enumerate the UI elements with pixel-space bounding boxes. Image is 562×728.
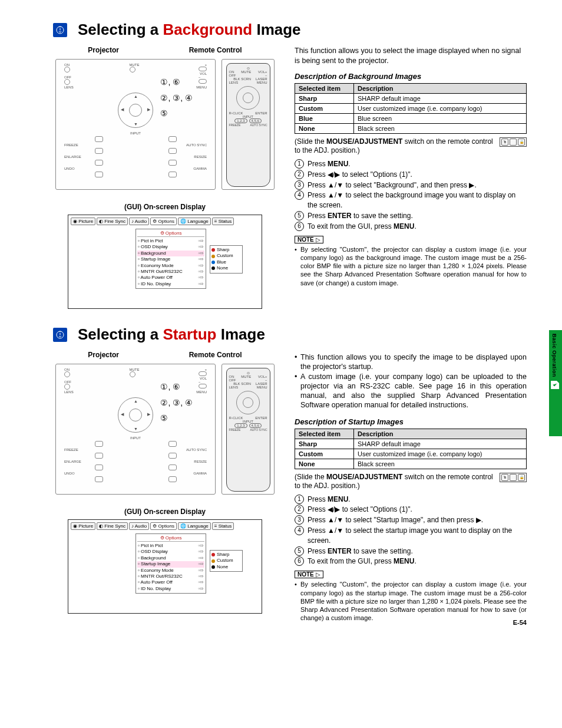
step-item: Press MENU. bbox=[295, 495, 527, 505]
step-item: To exit from the GUI, press MENU. bbox=[295, 222, 527, 232]
step-item: Press ▲/▼ to select "Startup Image", and… bbox=[295, 515, 527, 525]
slide-note: 🖱🔒 (Slide the MOUSE/ADJUSTMENT switch on… bbox=[295, 473, 527, 491]
remote-diagram: ⊙ ONMUTEVOL+ OFF− BLK SCRNLASER LENSMENU… bbox=[226, 368, 270, 492]
step-item: Press MENU. bbox=[295, 159, 527, 169]
step-callouts: ①, ⑥②, ③, ④⑤ bbox=[160, 74, 193, 121]
osd-title: (GUI) On-screen Display bbox=[53, 203, 277, 211]
step-item: Press ▲/▼ to select the startup image yo… bbox=[295, 526, 527, 546]
intro-bullet: A custom image (i.e. your company logo) … bbox=[295, 372, 527, 410]
side-tab-label: Basic Operation bbox=[549, 330, 560, 377]
switch-icon: 🖱🔒 bbox=[500, 473, 527, 482]
intro-bullet: This function allows you to specify the … bbox=[295, 353, 527, 372]
desc-heading: Description of Background Images bbox=[295, 72, 527, 81]
description-table: Selected itemDescriptionSharpSHARP defau… bbox=[295, 429, 527, 469]
intro-paragraph: This function allows you to select the i… bbox=[295, 46, 527, 66]
step-list: Press MENU.Press ◀/▶ to select "Options … bbox=[295, 159, 527, 232]
section-icon bbox=[53, 328, 67, 342]
note-label: NOTE bbox=[295, 236, 323, 243]
projector-label: Projector bbox=[88, 46, 119, 54]
step-item: To exit from the GUI, press MENU. bbox=[295, 556, 527, 566]
section-title: Selecting a Background Image bbox=[78, 21, 301, 39]
description-table: Selected itemDescriptionSharpSHARP defau… bbox=[295, 83, 527, 134]
page-number: E-54 bbox=[513, 619, 527, 626]
remote-label: Remote Control bbox=[189, 351, 242, 359]
switch-icon: 🖱🔒 bbox=[500, 137, 527, 147]
section-icon bbox=[53, 23, 67, 37]
remote-diagram: ⊙ ONMUTEVOL+ OFF− BLK SCRNLASER LENSMENU… bbox=[226, 63, 270, 187]
step-list: Press MENU.Press ◀/▶ to select "Options … bbox=[295, 495, 527, 567]
remote-label: Remote Control bbox=[189, 46, 242, 54]
osd-screenshot: ◉ Picture◐ Fine Sync♪ Audio⚙ Options🌐 La… bbox=[68, 215, 262, 309]
note-item: By selecting "Custom", the projector can… bbox=[295, 580, 527, 622]
step-item: Press ▲/▼ to select the background image… bbox=[295, 190, 527, 210]
osd-screenshot: ◉ Picture◐ Fine Sync♪ Audio⚙ Options🌐 La… bbox=[68, 519, 262, 614]
desc-heading: Description of Startup Images bbox=[295, 417, 527, 426]
side-tab: Basic Operation bbox=[549, 330, 562, 436]
projector-label: Projector bbox=[88, 351, 119, 359]
step-item: Press ◀/▶ to select "Options (1)". bbox=[295, 505, 527, 515]
step-callouts: ①, ⑥②, ③, ④⑤ bbox=[160, 379, 193, 426]
osd-title: (GUI) On-screen Display bbox=[53, 508, 277, 516]
section-title: Selecting a Startup Image bbox=[78, 325, 265, 344]
note-item: By selecting "Custom", the projector can… bbox=[295, 245, 527, 287]
step-item: Press ▲/▼ to select "Background", and th… bbox=[295, 180, 527, 190]
step-item: Press ENTER to save the setting. bbox=[295, 211, 527, 221]
note-label: NOTE bbox=[295, 571, 323, 578]
step-item: Press ENTER to save the setting. bbox=[295, 546, 527, 556]
slide-note: 🖱🔒 (Slide the MOUSE/ADJUSTMENT switch on… bbox=[295, 137, 527, 156]
step-item: Press ◀/▶ to select "Options (1)". bbox=[295, 170, 527, 180]
